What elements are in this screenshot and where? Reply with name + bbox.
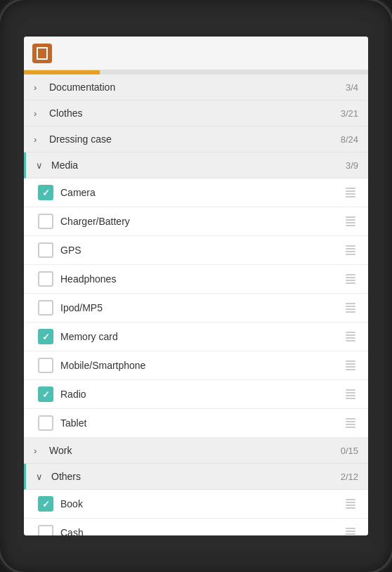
list-item[interactable]: GPS: [24, 236, 368, 265]
item-name: Memory card: [60, 331, 343, 342]
drag-handle-icon[interactable]: [343, 415, 358, 431]
item-name: GPS: [60, 245, 343, 256]
drag-handle-icon[interactable]: [343, 358, 358, 373]
checkbox-cash[interactable]: [38, 525, 53, 535]
category-name-media: Media: [51, 160, 346, 171]
category-name-work: Work: [49, 445, 341, 456]
app-header: [24, 37, 368, 70]
list-item[interactable]: Charger/Battery: [24, 207, 368, 236]
list-item[interactable]: Tablet: [24, 409, 368, 438]
category-row-media[interactable]: ∨Media3/9: [24, 152, 368, 178]
category-count-others: 2/12: [341, 472, 358, 482]
progress-bar-container: [24, 70, 368, 74]
checkbox-camera[interactable]: [38, 185, 53, 200]
checkbox-headphones[interactable]: [38, 271, 53, 287]
list-item[interactable]: Book: [24, 490, 368, 519]
checkbox-radio[interactable]: [38, 386, 53, 402]
category-row-others[interactable]: ∨Others2/12: [24, 464, 368, 490]
drag-handle-icon[interactable]: [343, 496, 358, 512]
category-row-documentation[interactable]: ›Documentation3/4: [24, 74, 368, 100]
chevron-icon-documentation: ›: [34, 82, 44, 93]
list-item[interactable]: Radio: [24, 380, 368, 409]
checkbox-tablet[interactable]: [38, 415, 53, 431]
chevron-icon-clothes: ›: [34, 108, 44, 119]
tablet-frame: ›Documentation3/4›Clothes3/21›Dressing c…: [0, 0, 392, 572]
drag-handle-icon[interactable]: [343, 242, 358, 258]
drag-handle-icon[interactable]: [343, 214, 358, 229]
drag-handle-icon[interactable]: [343, 185, 358, 200]
progress-label: [24, 74, 368, 75]
category-count-dressing_case: 8/24: [341, 134, 358, 145]
checkbox-ipod-mp5[interactable]: [38, 300, 53, 316]
header-actions: [309, 42, 360, 65]
item-name: Book: [60, 498, 343, 509]
item-name: Mobile/Smartphone: [60, 360, 343, 371]
scroll-content[interactable]: ›Documentation3/4›Clothes3/21›Dressing c…: [24, 74, 368, 535]
item-name: Headphones: [60, 273, 343, 285]
list-item[interactable]: Camera: [24, 178, 368, 207]
chevron-icon-dressing_case: ›: [34, 134, 44, 145]
chevron-icon-others: ∨: [36, 472, 46, 482]
checkbox-mobile-smartphone[interactable]: [38, 358, 53, 373]
item-name: Charger/Battery: [60, 216, 343, 227]
list-item[interactable]: Cash: [24, 519, 368, 535]
app-icon: [32, 44, 52, 63]
suitcase-icon: [37, 47, 48, 60]
category-name-documentation: Documentation: [49, 82, 346, 93]
item-name: Camera: [60, 187, 343, 198]
menu-button[interactable]: [337, 42, 360, 65]
item-name: Radio: [60, 389, 343, 400]
category-row-dressing_case[interactable]: ›Dressing case8/24: [24, 126, 368, 152]
category-row-clothes[interactable]: ›Clothes3/21: [24, 100, 368, 126]
checkbox-gps[interactable]: [38, 242, 53, 258]
chevron-icon-work: ›: [34, 446, 44, 456]
drag-handle-icon[interactable]: [343, 329, 358, 344]
add-button[interactable]: [309, 42, 332, 65]
drag-handle-icon[interactable]: [343, 271, 358, 287]
category-count-work: 0/15: [341, 446, 358, 456]
item-name: Cash: [60, 527, 343, 535]
list-item[interactable]: Headphones: [24, 265, 368, 294]
category-count-clothes: 3/21: [341, 108, 358, 119]
category-count-documentation: 3/4: [346, 82, 358, 93]
list-item[interactable]: Ipod/MP5: [24, 294, 368, 323]
checkbox-charger-battery[interactable]: [38, 214, 53, 229]
category-name-clothes: Clothes: [49, 108, 341, 119]
drag-handle-icon[interactable]: [343, 300, 358, 316]
list-item[interactable]: Memory card: [24, 323, 368, 351]
list-item[interactable]: Mobile/Smartphone: [24, 351, 368, 380]
item-name: Tablet: [60, 417, 343, 429]
item-name: Ipod/MP5: [60, 302, 343, 313]
drag-handle-icon[interactable]: [343, 525, 358, 535]
checkbox-book[interactable]: [38, 496, 53, 512]
chevron-icon-media: ∨: [36, 160, 46, 171]
category-count-media: 3/9: [346, 160, 358, 171]
category-name-dressing_case: Dressing case: [49, 134, 341, 145]
category-row-work[interactable]: ›Work0/15: [24, 438, 368, 464]
category-name-others: Others: [51, 471, 341, 482]
checkbox-memory-card[interactable]: [38, 329, 53, 344]
drag-handle-icon[interactable]: [343, 386, 358, 402]
tablet-screen: ›Documentation3/4›Clothes3/21›Dressing c…: [24, 37, 368, 535]
